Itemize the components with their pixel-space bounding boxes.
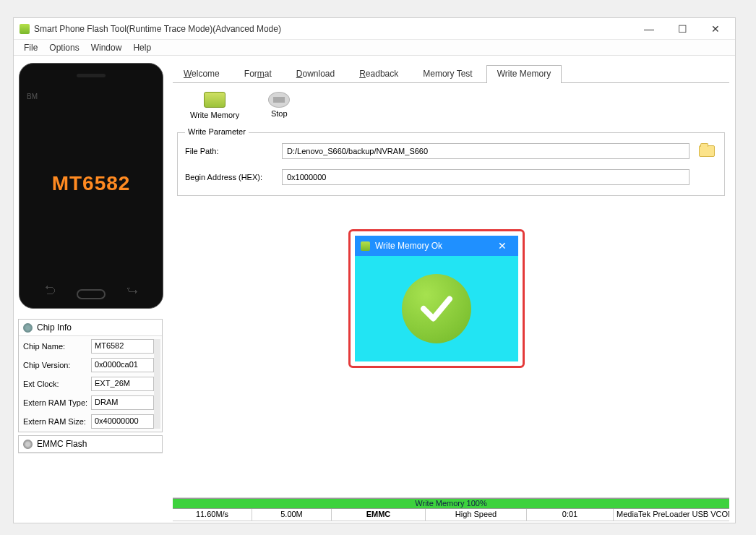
app-icon xyxy=(20,24,30,34)
menu-window[interactable]: Window xyxy=(85,41,128,54)
file-path-input[interactable] xyxy=(282,143,690,159)
dialog-title: Write Memory Ok xyxy=(375,241,442,251)
status-storage: EMMC xyxy=(332,509,426,521)
titlebar[interactable]: Smart Phone Flash Tool(Runtime Trace Mod… xyxy=(14,18,735,40)
dialog-app-icon xyxy=(361,241,370,251)
begin-address-input[interactable] xyxy=(282,169,690,185)
dialog-close-button[interactable]: ✕ xyxy=(491,237,514,254)
status-speed: 11.60M/s xyxy=(173,509,252,521)
phone-nav-right-icon: ⮑ xyxy=(126,284,138,297)
chip-write-icon xyxy=(204,92,225,108)
menu-help[interactable]: Help xyxy=(127,41,157,54)
tab-download[interactable]: Download xyxy=(285,65,345,83)
folder-icon xyxy=(699,145,715,157)
phone-nav-left-icon: ⮌ xyxy=(44,284,56,297)
tab-format[interactable]: Format xyxy=(233,65,283,83)
chip-version-label: Chip Version: xyxy=(23,361,91,369)
stop-button[interactable]: Stop xyxy=(268,92,290,119)
ram-size-value: 0x40000000 xyxy=(91,414,154,429)
gear-icon xyxy=(23,440,33,449)
write-memory-button[interactable]: Write Memory xyxy=(190,92,239,119)
menu-options[interactable]: Options xyxy=(43,41,85,54)
ram-type-value: DRAM xyxy=(91,395,154,410)
window-title: Smart Phone Flash Tool(Runtime Trace Mod… xyxy=(34,24,281,34)
tab-welcome[interactable]: Welcome xyxy=(173,65,231,83)
browse-button[interactable] xyxy=(697,143,717,159)
tab-write-memory[interactable]: Write Memory xyxy=(486,65,562,83)
phone-home-icon xyxy=(77,289,106,299)
tabs: Welcome Format Download Readback Memory … xyxy=(173,64,729,83)
ext-clock-value: EXT_26M xyxy=(91,377,154,391)
status-device: MediaTek PreLoader USB VCOM (Android) (C… xyxy=(614,509,729,521)
dialog-body xyxy=(355,256,518,361)
sidebar: BM MT6582 ⮌ ⮑ Chip Info Chip Name: MT658… xyxy=(14,56,167,521)
emmc-header: EMMC Flash xyxy=(37,439,87,449)
emmc-panel: EMMC Flash xyxy=(18,435,163,453)
stop-icon xyxy=(268,92,290,108)
status-highspeed: High Speed xyxy=(426,509,527,521)
chip-name-value: MT6582 xyxy=(91,339,154,354)
tab-memory-test[interactable]: Memory Test xyxy=(412,65,483,83)
menu-file[interactable]: File xyxy=(18,41,43,54)
menubar: File Options Window Help xyxy=(14,40,735,56)
ext-clock-label: Ext Clock: xyxy=(23,380,91,388)
ram-type-label: Extern RAM Type: xyxy=(23,398,91,407)
success-check-icon xyxy=(402,274,471,343)
chip-info-panel: Chip Info Chip Name: MT6582 Chip Version… xyxy=(18,319,163,432)
close-button[interactable]: ✕ xyxy=(699,19,732,39)
status-bar: Write Memory 100% 11.60M/s 5.00M EMMC Hi… xyxy=(173,497,729,521)
file-path-label: File Path: xyxy=(185,147,275,155)
maximize-button[interactable]: ☐ xyxy=(666,19,699,39)
dialog-titlebar[interactable]: Write Memory Ok ✕ xyxy=(355,236,518,256)
chip-info-header: Chip Info xyxy=(37,322,72,333)
scrollbar[interactable] xyxy=(154,339,160,429)
phone-chip-label: MT6582 xyxy=(52,172,131,195)
phone-preview: BM MT6582 ⮌ ⮑ xyxy=(19,63,163,309)
status-time: 0:01 xyxy=(527,509,614,521)
fieldset-legend: Write Parameter xyxy=(185,127,249,136)
write-memory-ok-dialog: Write Memory Ok ✕ xyxy=(348,229,525,368)
chip-icon xyxy=(23,323,33,333)
progress-bar: Write Memory 100% xyxy=(173,498,729,509)
ram-size-label: Extern RAM Size: xyxy=(23,417,91,426)
phone-bm: BM xyxy=(27,93,38,100)
tab-readback[interactable]: Readback xyxy=(348,65,409,83)
status-size: 5.00M xyxy=(252,509,332,521)
write-parameter-fieldset: Write Parameter File Path: Begin Address… xyxy=(177,132,725,196)
chip-name-label: Chip Name: xyxy=(23,342,91,351)
minimize-button[interactable]: — xyxy=(632,19,666,39)
chip-version-value: 0x0000ca01 xyxy=(91,358,154,372)
begin-address-label: Begin Address (HEX): xyxy=(185,173,275,181)
